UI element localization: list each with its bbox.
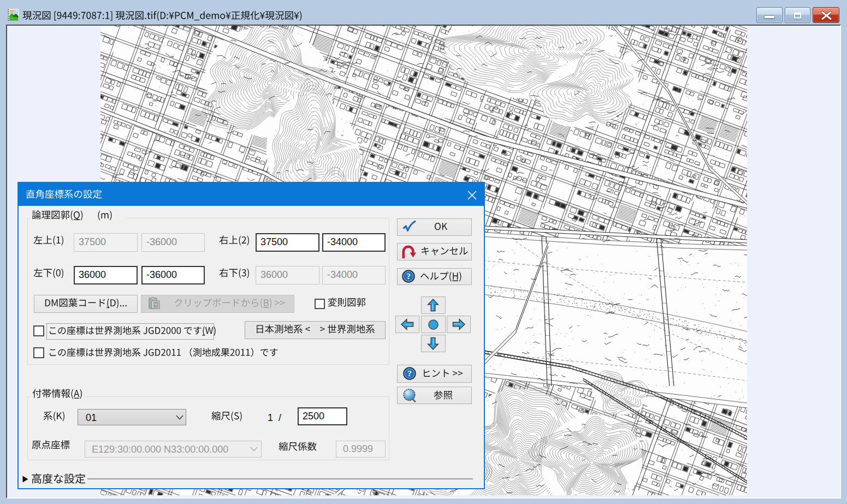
svg-text:?: ? bbox=[407, 369, 412, 378]
svg-text:?: ? bbox=[406, 271, 411, 281]
